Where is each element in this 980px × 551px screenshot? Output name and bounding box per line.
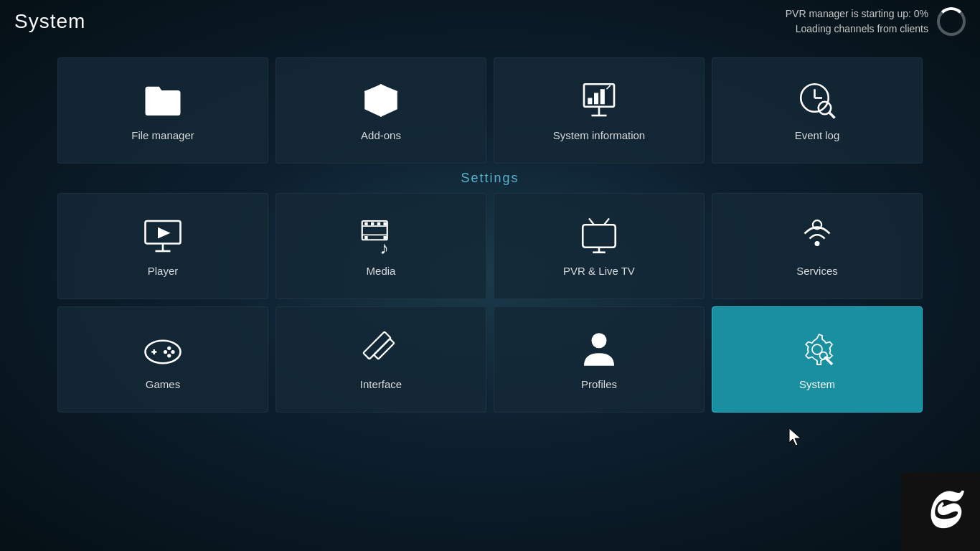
chart-icon [579,80,619,121]
svg-rect-43 [363,331,390,359]
tile-games[interactable]: Games [57,306,268,413]
games-icon [143,329,183,369]
svg-point-48 [820,352,828,359]
svg-marker-18 [158,227,171,238]
svg-rect-29 [583,225,616,248]
svg-point-36 [146,340,181,363]
profiles-icon [579,329,619,369]
svg-rect-24 [377,222,380,225]
svg-rect-6 [588,98,592,104]
svg-rect-23 [371,222,374,225]
tile-system-label: System [799,378,835,390]
svg-rect-44 [374,339,394,359]
tile-event-log-label: Event log [795,129,840,141]
pvr-status: PVR manager is starting up: 0% Loading c… [786,6,966,37]
app-title: System [14,10,85,33]
tile-add-ons[interactable]: Add-ons [275,57,486,164]
svg-rect-7 [594,93,598,104]
interface-icon [361,329,401,369]
tile-pvr-live-tv-label: PVR & Live TV [563,265,635,277]
settings-header: Settings [57,171,923,186]
tile-file-manager-label: File manager [131,129,194,141]
watermark-logo: 𝕾 [901,472,980,551]
services-icon [797,216,837,256]
svg-point-39 [167,346,171,349]
tile-profiles-label: Profiles [581,378,617,390]
svg-line-9 [607,85,611,89]
settings-grid: Player ♪ Media [57,193,923,413]
player-icon [143,216,183,256]
system-icon [797,329,837,369]
tile-system-information[interactable]: System information [494,57,705,164]
tile-games-label: Games [146,378,180,390]
tile-player-label: Player [148,265,179,277]
folder-icon [143,80,183,121]
box-icon [361,80,401,121]
svg-point-34 [815,241,820,246]
tile-add-ons-label: Add-ons [361,129,401,141]
tile-file-manager[interactable]: File manager [57,57,268,164]
svg-point-41 [167,354,171,357]
svg-point-45 [592,333,607,348]
tile-services[interactable]: Services [712,193,923,299]
tile-interface[interactable]: Interface [275,306,486,413]
tile-player[interactable]: Player [57,193,268,299]
tile-system-information-label: System information [553,129,645,141]
svg-point-40 [171,349,174,353]
svg-rect-25 [384,222,387,225]
tile-event-log[interactable]: Event log [712,57,923,164]
watermark-letter: 𝕾 [922,481,960,542]
top-bar: System PVR manager is starting up: 0% Lo… [0,0,980,43]
svg-line-14 [829,112,835,118]
clock-search-icon [797,80,837,121]
svg-rect-26 [364,236,367,239]
tile-media-label: Media [367,265,396,277]
tile-pvr-live-tv[interactable]: PVR & Live TV [494,193,705,299]
pvr-status-text: PVR manager is starting up: 0% Loading c… [786,6,928,37]
svg-point-42 [164,349,167,353]
tile-profiles[interactable]: Profiles [494,306,705,413]
pvr-spinner [937,7,966,36]
tv-icon [579,216,619,256]
media-icon: ♪ [361,216,401,256]
main-content: File manager Add-ons [0,43,980,551]
tile-media[interactable]: ♪ Media [275,193,486,299]
svg-text:♪: ♪ [380,237,388,256]
svg-rect-22 [364,222,367,225]
svg-rect-8 [600,89,605,104]
tile-services-label: Services [796,265,838,277]
top-tiles-row: File manager Add-ons [57,57,923,164]
tile-interface-label: Interface [360,378,402,390]
tile-system[interactable]: System [712,306,923,413]
